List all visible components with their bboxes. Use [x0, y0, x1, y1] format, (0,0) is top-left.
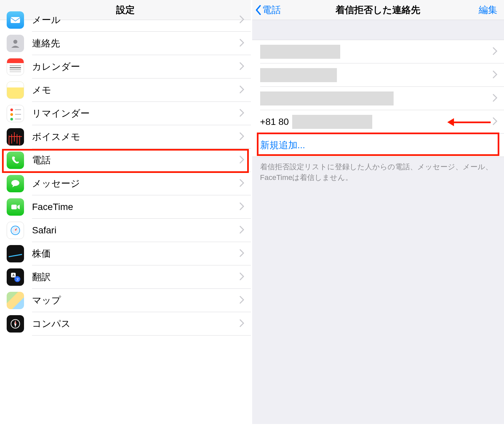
chevron-right-icon	[493, 117, 497, 127]
chevron-right-icon	[239, 249, 244, 258]
row-label: メモ	[32, 84, 51, 96]
chevron-right-icon	[239, 226, 244, 235]
edit-button[interactable]: 編集	[479, 4, 497, 16]
settings-row-compass[interactable]: コンパス	[0, 312, 251, 336]
redacted-text	[260, 91, 394, 105]
chevron-right-icon	[239, 62, 244, 71]
chevron-right-icon	[239, 15, 244, 25]
row-label: リマインダー	[32, 107, 90, 120]
calendar-icon	[7, 58, 24, 75]
settings-list: メール 連絡先 カレンダー メモ	[0, 8, 251, 336]
redacted-text	[292, 115, 372, 129]
blocked-contact-row[interactable]	[252, 63, 504, 87]
settings-row-voice-memos[interactable]: ボイスメモ	[0, 125, 251, 149]
section-spacer	[252, 20, 504, 40]
settings-row-reminders[interactable]: リマインダー	[0, 102, 251, 125]
chevron-right-icon	[239, 85, 244, 95]
phone-icon	[7, 152, 24, 169]
settings-row-notes[interactable]: メモ	[0, 78, 251, 102]
row-label: 連絡先	[32, 37, 60, 50]
row-label: コンパス	[32, 317, 71, 330]
settings-row-phone[interactable]: 電話	[0, 149, 251, 172]
voice-memos-icon	[7, 128, 24, 146]
annotation-arrow	[447, 118, 491, 126]
svg-point-1	[13, 40, 17, 44]
chevron-right-icon	[239, 202, 244, 212]
settings-row-safari[interactable]: Safari	[0, 219, 251, 242]
messages-icon	[7, 175, 24, 192]
mail-icon	[7, 11, 24, 29]
settings-row-stocks[interactable]: 株価	[0, 242, 251, 265]
translate-icon: A文	[7, 268, 24, 286]
chevron-right-icon	[239, 156, 244, 165]
svg-text:A: A	[12, 273, 15, 277]
chevron-right-icon	[239, 319, 244, 329]
settings-row-maps[interactable]: マップ	[0, 289, 251, 312]
row-label: 翻訳	[32, 271, 51, 283]
chevron-right-icon	[493, 47, 497, 56]
settings-row-contacts[interactable]: 連絡先	[0, 32, 251, 55]
chevron-right-icon	[239, 179, 244, 188]
row-label: ボイスメモ	[32, 131, 80, 143]
row-label: 電話	[32, 154, 51, 167]
row-label: 株価	[32, 247, 51, 260]
svg-rect-3	[11, 205, 17, 209]
settings-row-mail[interactable]: メール	[0, 8, 251, 32]
settings-row-calendar[interactable]: カレンダー	[0, 55, 251, 78]
blocked-number-prefix: +81 80	[260, 117, 289, 127]
settings-row-facetime[interactable]: FaceTime	[0, 195, 251, 219]
blocked-header: 電話 着信拒否した連絡先 編集	[252, 0, 504, 20]
maps-icon	[7, 292, 24, 309]
back-label: 電話	[262, 4, 281, 16]
contacts-icon	[7, 35, 24, 52]
compass-icon	[7, 315, 24, 333]
row-label: カレンダー	[32, 60, 80, 73]
chevron-right-icon	[493, 70, 497, 80]
facetime-icon	[7, 198, 24, 216]
row-label: メッセージ	[32, 177, 80, 190]
blocked-contact-row[interactable]	[252, 87, 504, 110]
add-new-button[interactable]: 新規追加...	[252, 134, 504, 157]
notes-icon	[7, 81, 24, 99]
chevron-right-icon	[239, 272, 244, 282]
reminders-icon	[7, 105, 24, 122]
redacted-text	[260, 68, 337, 82]
row-label: Safari	[32, 225, 56, 236]
blocked-title: 着信拒否した連絡先	[336, 4, 420, 16]
row-label: マップ	[32, 294, 61, 307]
settings-pane: 設定 メール 連絡先 カレンダー	[0, 0, 252, 429]
edit-label: 編集	[479, 5, 497, 15]
blocked-contact-row[interactable]	[252, 40, 504, 63]
settings-row-messages[interactable]: メッセージ	[0, 172, 251, 195]
svg-point-2	[11, 180, 19, 186]
chevron-right-icon	[239, 296, 244, 305]
chevron-left-icon	[255, 5, 262, 15]
back-button[interactable]: 電話	[255, 4, 281, 16]
chevron-right-icon	[239, 132, 244, 142]
redacted-text	[260, 45, 340, 59]
row-label: メール	[32, 14, 61, 26]
svg-text:文: 文	[16, 277, 19, 281]
blocked-contact-row[interactable]: +81 80	[252, 110, 504, 134]
add-new-label: 新規追加...	[260, 139, 305, 152]
row-label: FaceTime	[32, 202, 73, 212]
chevron-right-icon	[493, 94, 497, 103]
blocked-contacts-pane: 電話 着信拒否した連絡先 編集 +81 80	[252, 0, 504, 429]
chevron-right-icon	[239, 39, 244, 48]
footer-note: 着信拒否設定リストに登録した人からの電話、メッセージ、メール、FaceTimeは…	[252, 157, 504, 424]
safari-icon	[7, 222, 24, 239]
chevron-right-icon	[239, 109, 244, 118]
settings-row-translate[interactable]: A文 翻訳	[0, 265, 251, 289]
stocks-icon	[7, 245, 24, 262]
svg-rect-0	[11, 17, 20, 23]
